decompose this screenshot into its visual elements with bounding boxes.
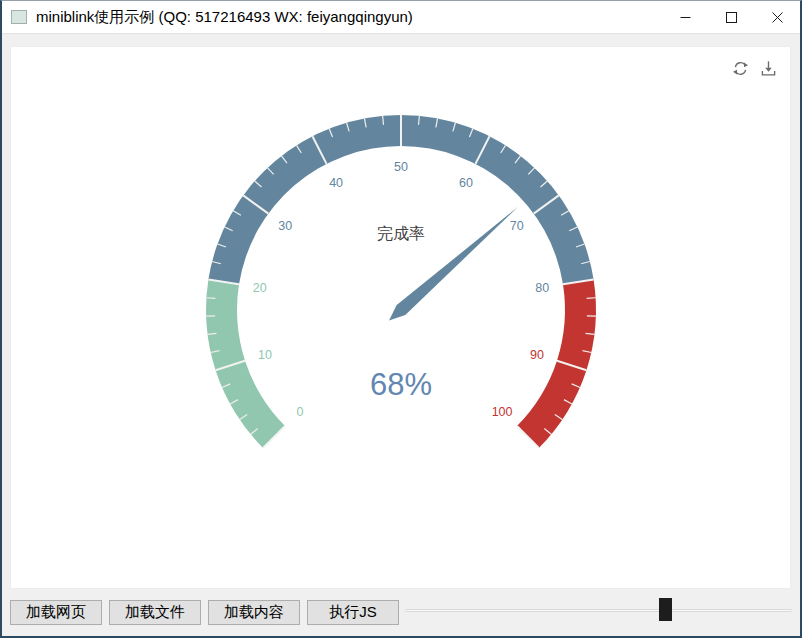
gauge-axis-label: 100 [492, 405, 513, 419]
gauge-axis-label: 60 [459, 176, 473, 190]
gauge-axis-label: 0 [296, 405, 303, 419]
gauge-needle [389, 207, 518, 321]
save-as-image-download-icon [759, 59, 778, 78]
title-bar[interactable]: miniblink使用示例 (QQ: 517216493 WX: feiyang… [2, 1, 800, 34]
slider-handle[interactable] [659, 598, 672, 621]
gauge-axis-label: 40 [329, 176, 343, 190]
value-slider[interactable] [405, 591, 792, 636]
bottom-toolbar: 加载网页 加载文件 加载内容 执行JS [2, 591, 800, 636]
webview-panel: 0102030405060708090100完成率68% [10, 46, 791, 589]
client-area: 0102030405060708090100完成率68% 加载网页 加载文件 加… [2, 34, 800, 636]
gauge-minor-tick [419, 116, 420, 125]
gauge-minor-tick [587, 298, 596, 299]
gauge-axis-label: 30 [278, 219, 292, 233]
gauge-minor-tick [383, 116, 384, 125]
gauge-minor-tick [206, 298, 215, 299]
gauge-chart: 0102030405060708090100完成率68% [11, 47, 790, 588]
window-controls [662, 1, 800, 33]
gauge-segment [517, 279, 596, 447]
gauge-segment [206, 279, 285, 447]
execute-js-button[interactable]: 执行JS [307, 600, 399, 625]
gauge-axis-label: 50 [394, 160, 408, 174]
app-icon [11, 10, 27, 24]
load-content-button[interactable]: 加载内容 [208, 600, 300, 625]
gauge-axis-label: 90 [530, 348, 544, 362]
gauge-axis-label: 10 [258, 348, 272, 362]
maximize-button[interactable] [708, 1, 754, 33]
toolbar-buttons: 加载网页 加载文件 加载内容 执行JS [10, 600, 399, 625]
minimize-icon [680, 12, 691, 23]
minimize-button[interactable] [662, 1, 708, 33]
load-file-button[interactable]: 加载文件 [109, 600, 201, 625]
refresh-restore-button[interactable] [731, 59, 750, 78]
refresh-restore-icon [731, 59, 750, 78]
gauge-axis-label: 70 [510, 219, 524, 233]
gauge-axis-label: 80 [535, 281, 549, 295]
maximize-icon [726, 12, 737, 23]
save-as-image-button[interactable] [759, 59, 778, 78]
close-icon [772, 12, 783, 23]
slider-track[interactable] [405, 609, 792, 612]
window-title: miniblink使用示例 (QQ: 517216493 WX: feiyang… [36, 8, 413, 27]
gauge-title: 完成率 [377, 225, 425, 242]
gauge-detail-value: 68% [370, 367, 432, 402]
gauge-axis-label: 20 [253, 281, 267, 295]
chart-toolbox [731, 59, 778, 78]
load-webpage-button[interactable]: 加载网页 [10, 600, 102, 625]
app-window: miniblink使用示例 (QQ: 517216493 WX: feiyang… [0, 0, 802, 638]
close-button[interactable] [754, 1, 800, 33]
